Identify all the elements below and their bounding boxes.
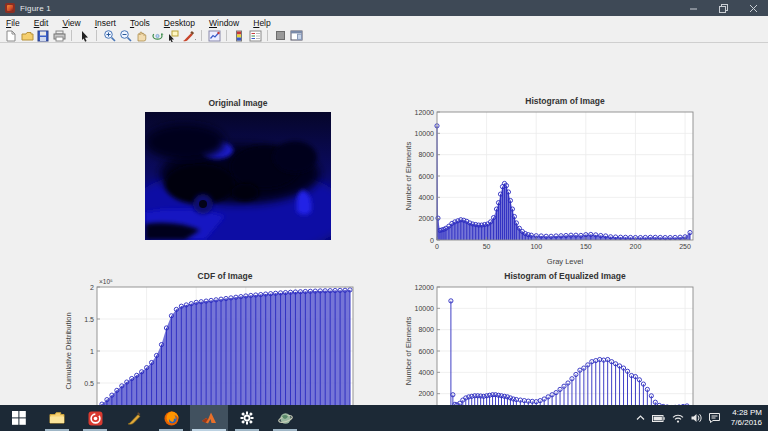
chevron-up-icon[interactable] xyxy=(636,413,645,423)
show-plot-tools-icon[interactable] xyxy=(289,29,303,42)
clock-time: 4:28 PM xyxy=(731,408,762,418)
menu-edit[interactable]: Edit xyxy=(34,18,49,28)
data-cursor-icon[interactable] xyxy=(166,29,180,42)
svg-text:250: 250 xyxy=(679,243,691,250)
plot-title: Original Image xyxy=(145,98,331,108)
link-plot-icon[interactable] xyxy=(207,29,221,42)
svg-text:0: 0 xyxy=(430,237,434,244)
menu-tools[interactable]: Tools xyxy=(130,18,150,28)
notification-icon[interactable] xyxy=(709,413,720,423)
menu-bar: FileEditViewInsertToolsDesktopWindowHelp xyxy=(0,16,768,29)
file-explorer-icon[interactable] xyxy=(38,405,76,431)
svg-text:50: 50 xyxy=(483,243,491,250)
pointer-icon[interactable] xyxy=(77,29,91,42)
open-folder-icon[interactable] xyxy=(20,29,34,42)
svg-text:1.5: 1.5 xyxy=(84,316,94,323)
colorbar-icon[interactable] xyxy=(232,29,246,42)
matlab-icon[interactable] xyxy=(190,405,228,431)
matlab-figure-window: Figure 1 FileEditViewInsertToolsDesktopW… xyxy=(0,0,768,431)
paint-brush-app-icon[interactable] xyxy=(114,405,152,431)
close-button[interactable] xyxy=(738,0,768,16)
figure-canvas: Original Image xyxy=(0,44,768,405)
title-bar[interactable]: Figure 1 xyxy=(0,0,768,16)
svg-text:4000: 4000 xyxy=(418,194,434,201)
x-axis-label: Gray Level xyxy=(547,257,584,266)
hide-plot-tools-icon[interactable] xyxy=(273,29,287,42)
system-tray: 4:28 PM 7/6/2016 xyxy=(636,405,768,431)
print-icon[interactable] xyxy=(52,29,66,42)
svg-text:2000: 2000 xyxy=(418,390,434,397)
menu-window[interactable]: Window xyxy=(209,18,239,28)
svg-text:8000: 8000 xyxy=(418,326,434,333)
menu-help[interactable]: Help xyxy=(253,18,270,28)
original-image xyxy=(145,112,331,240)
svg-text:8000: 8000 xyxy=(418,151,434,158)
maximize-button[interactable] xyxy=(708,0,738,16)
legend-icon[interactable] xyxy=(248,29,262,42)
svg-text:200: 200 xyxy=(630,243,642,250)
menu-insert[interactable]: Insert xyxy=(95,18,116,28)
window-title: Figure 1 xyxy=(20,4,51,13)
zoom-out-icon[interactable] xyxy=(118,29,132,42)
minimize-button[interactable] xyxy=(678,0,708,16)
firefox-icon[interactable] xyxy=(152,405,190,431)
chart-title: Histogram of Image xyxy=(525,96,605,106)
svg-text:×10⁵: ×10⁵ xyxy=(99,278,113,285)
volume-icon[interactable] xyxy=(691,413,702,423)
y-axis-label: Cumulative Distribution xyxy=(64,312,73,389)
toolbar-separator xyxy=(201,30,202,41)
y-axis-label: Number of Elements xyxy=(404,317,413,386)
svg-text:0.5: 0.5 xyxy=(84,380,94,387)
svg-text:6000: 6000 xyxy=(418,173,434,180)
subplot-original-image: Original Image xyxy=(110,92,370,252)
svg-text:10000: 10000 xyxy=(415,305,435,312)
menu-desktop[interactable]: Desktop xyxy=(164,18,195,28)
toolbar-separator xyxy=(71,30,72,41)
svg-text:10000: 10000 xyxy=(415,130,435,137)
y-axis-label: Number of Elements xyxy=(404,142,413,211)
save-icon[interactable] xyxy=(36,29,50,42)
subplot-histogram-of-image: 0501001502002500200040006000800010000120… xyxy=(400,92,720,273)
toolbar-separator xyxy=(226,30,227,41)
chart-title: CDF of Image xyxy=(198,271,253,281)
figure-toolbar xyxy=(0,29,768,43)
globe-app-icon[interactable] xyxy=(266,405,304,431)
settings-gear-icon[interactable] xyxy=(228,405,266,431)
new-file-icon[interactable] xyxy=(4,29,18,42)
svg-text:12000: 12000 xyxy=(415,284,435,291)
rotate-3d-icon[interactable] xyxy=(150,29,164,42)
battery-icon[interactable] xyxy=(652,413,665,423)
toolbar-separator xyxy=(96,30,97,41)
svg-text:2000: 2000 xyxy=(418,215,434,222)
start-icon[interactable] xyxy=(0,405,38,431)
toolbar-separator xyxy=(267,30,268,41)
menu-file[interactable]: File xyxy=(6,18,20,28)
svg-text:2: 2 xyxy=(90,284,94,291)
zoom-in-icon[interactable] xyxy=(102,29,116,42)
windows-taskbar: 4:28 PM 7/6/2016 xyxy=(0,405,768,431)
menu-view[interactable]: View xyxy=(62,18,80,28)
svg-text:1: 1 xyxy=(90,348,94,355)
matlab-figure-icon xyxy=(5,3,15,13)
svg-text:0: 0 xyxy=(435,243,439,250)
svg-text:12000: 12000 xyxy=(415,109,435,116)
brush-icon[interactable] xyxy=(182,29,196,42)
pan-icon[interactable] xyxy=(134,29,148,42)
svg-text:150: 150 xyxy=(580,243,592,250)
taskbar-clock[interactable]: 4:28 PM 7/6/2016 xyxy=(727,408,762,428)
svg-text:6000: 6000 xyxy=(418,348,434,355)
svg-text:4000: 4000 xyxy=(418,369,434,376)
wifi-icon[interactable] xyxy=(672,413,684,423)
chart-title: Histogram of Equalized Image xyxy=(504,271,626,281)
recorder-app-icon[interactable] xyxy=(76,405,114,431)
clock-date: 7/6/2016 xyxy=(731,418,762,428)
svg-text:100: 100 xyxy=(530,243,542,250)
